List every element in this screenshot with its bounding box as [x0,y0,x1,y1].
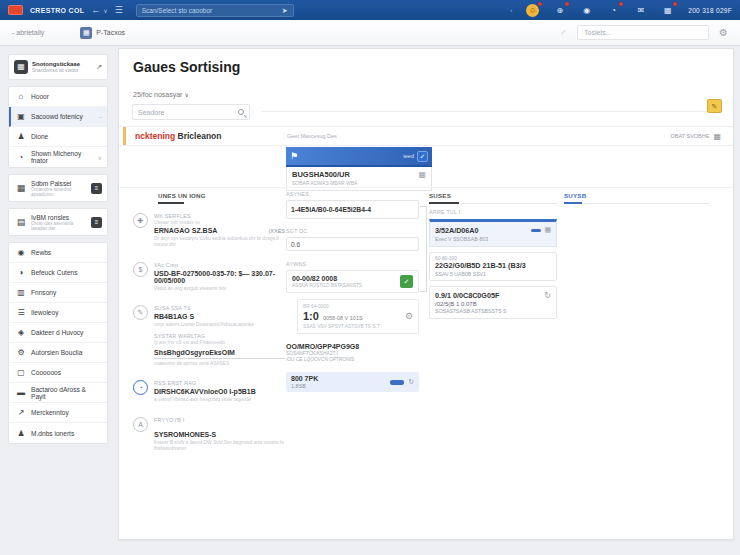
item-badge: ≡ [91,217,102,228]
clock-icon[interactable]: ◔ [607,4,620,17]
grid-icon: ▦ [713,132,721,141]
tab-far[interactable]: SUYSB [564,192,586,199]
sidebar-item[interactable]: ▤ IvBM ronsles Orvan das asemsma tasadan… [9,209,107,235]
field-label: AYWNS [286,261,419,267]
toolbar-right: ✓ ⚙ [560,25,728,40]
list-search[interactable] [132,104,250,120]
letter-a-icon: A [133,417,148,432]
gear-icon[interactable]: ⚙ [719,27,728,38]
banner-subtitle: SOBAR ADWAS MBAR WBA [292,180,357,186]
banner-tag: teed [403,153,414,159]
sidebar-item[interactable]: ◈Dakteer d Huvocy [9,323,107,343]
banner-card[interactable]: ⚑ teed ✓ BUGSHA500/UR SOBAR ADWAS MBAR W… [286,147,432,191]
refresh-icon[interactable]: ↻ [408,378,414,386]
sidebar-group-main: ⌂ Hooor ▣ Sacoowd fotenicy – ♟ Dione ◔ S… [8,86,108,168]
row-action[interactable]: DBAT SVOBHE ▦ [671,132,721,141]
sgt-input[interactable]: 0.6 [286,237,419,251]
related-list: ARRE TUL I 3/52A/D06A0 Exec V SSOBSAB-80… [429,209,557,319]
sidebar-item[interactable]: ▥Fnnsony [9,283,107,303]
approve-button[interactable]: ✓ [400,275,413,288]
globe-icon[interactable]: ⊕ [553,4,566,17]
link-pill[interactable] [531,229,541,232]
grid-icon[interactable]: ▦ [418,170,426,179]
sidebar-item[interactable]: ⚙Autorsien Bouclia [9,343,107,363]
related-card[interactable]: 60-80-300 22G2/G0/B5D 21B-51 (B3/3 SSAV … [429,252,557,281]
menu-icon[interactable]: ☰ [115,6,123,15]
step-item[interactable]: ✚ WK SERFLES Ussaar vvb svsasv sv ERNAGA… [133,213,285,249]
sidebar-group-list: ◉Rewbs ◑Befeuck Cutens ▥Fnnsony ☰Ilewole… [8,242,108,444]
people-icon: ♟ [16,429,26,438]
code-field[interactable]: 1-4E5iA/B0-0-64E5i2B4-4 [286,200,419,219]
tools-search[interactable] [577,25,709,40]
sidebar-item[interactable]: ◉Rewbs [9,243,107,263]
app-logo [8,5,23,15]
page-title: Gaues Sortising [133,59,240,75]
calculator-icon: ▦ [16,183,26,193]
global-search[interactable]: ➤ [136,4,294,17]
brand-name: CRESTRO COL [30,7,84,14]
tab-right[interactable]: SUSES [429,192,451,199]
grid-icon[interactable]: ▦ [544,226,551,234]
tab-far-underline [564,202,582,204]
link-pill[interactable] [390,380,404,385]
pencil-icon: ✎ [133,305,148,320]
app-chip-label: P-Tacxos [96,29,125,36]
top-navbar: CRESTRO COL ← ∨ ☰ ➤ ‹ ☺ ⊕ ◉ ◔ ✉ ▦ 200 31… [0,0,740,20]
clock-icon: ◔ [133,380,148,395]
step-item[interactable]: ✎ SUSA SSA TS RB4B1AG S vmyr aderrs Lnor… [133,305,285,328]
send-icon[interactable]: ➤ [282,7,288,14]
pawn-icon: ♟ [16,132,26,141]
app-chip[interactable]: ▦ P-Tacxos [80,27,125,39]
tab-rail [584,203,709,204]
sidebar-item[interactable]: ◔ Shown Michenoy fnator ∨ [9,147,107,167]
sidebar-item[interactable]: ▬Bactaroo dAross & Payit [9,383,107,403]
list-header-row[interactable]: ncktening Bricleanon Geet Maxcesug Des D… [119,126,733,146]
sidebar-item[interactable]: ☰Ilewoleoy [9,303,107,323]
banner-checkbox[interactable]: ✓ [417,151,428,162]
sidebar-group-module-b: ▤ IvBM ronsles Orvan das asemsma tasadan… [8,208,108,236]
step-item[interactable]: $ VAc Crep USD-BF-0275000-035-70: $— 330… [133,262,285,292]
emoji-icon[interactable]: ☺ [526,4,539,17]
tools-search-input[interactable] [584,29,702,36]
banner-title: BUGSHA500/UR [292,170,357,179]
field-label: ARRE TUL I [429,209,557,215]
refresh-icon[interactable]: ↻ [544,291,551,300]
sidebar-item-selected[interactable]: ▣ Sacoowd fotenicy – [9,107,107,127]
field-label: ASYNES [286,191,419,197]
step-item[interactable]: ◔ RSS ERST RAG DIRSHC6KAVVnIoeO0 I-p5B1B… [133,380,285,403]
related-card-selected[interactable]: 3/52A/D06A0 Exec V SSOBSAB-803 ▦ [429,219,557,247]
notification-badge [564,1,570,7]
sidebar-item[interactable]: ♟M.dnbs ionerts [9,423,107,443]
gear-icon: ⚙ [16,348,26,357]
chevron-left-icon[interactable]: ‹ [510,7,512,13]
global-search-input[interactable] [142,7,278,14]
mid-subcard[interactable]: BR 64-0000 1:0 0058-08 V 101S SSAS VSV S… [297,299,419,334]
per-page-dropdown[interactable]: 25/foc nosasyar∨ [133,91,189,98]
external-link-icon[interactable]: ↗ [96,63,102,71]
grid-icon: ▦ [80,27,92,39]
sidebar-item[interactable]: ▦ Sdbm Palssel Orvanxbre stmednd apsadco… [9,175,107,201]
edit-button[interactable]: ✎ [707,99,722,113]
gear-icon[interactable]: ⚙ [405,311,413,321]
mid-card[interactable]: 00-00/82 0008 ASSNA FOSTCO BSTASANSTS ✓ [286,270,419,293]
profile-card[interactable]: ▦ Snotongstickaae Snasdversd sd vwdss ↗ [8,54,108,80]
stepper: ✚ WK SERFLES Ussaar vvb svsasv sv ERNAGA… [133,213,285,466]
sidebar-item[interactable]: ↗Merckenntoy [9,403,107,423]
substep-value[interactable]: ShsBhgdOsgyroEksOIM [154,347,285,359]
list-search-input[interactable] [138,109,238,116]
tab-left[interactable]: UNES UN IONG [158,192,206,199]
target-icon[interactable]: ◉ [580,4,593,17]
sidebar-item[interactable]: ♟ Dione [9,127,107,147]
substep-field[interactable]: SYSTAR WARLTAG ty asv frtv uS vst asd Fh… [154,333,285,367]
bell-icon[interactable]: ✉ [634,4,647,17]
sidebar-item[interactable]: ◑Befeuck Cutens [9,263,107,283]
sidebar-item[interactable]: ⌂ Hooor [9,87,107,107]
chevron-down-icon[interactable]: ∨ [103,7,107,14]
sidebar-item[interactable]: ▢Coooooos [9,363,107,383]
briefcase-icon[interactable]: ▦ [661,4,674,17]
highlighted-row[interactable]: 800 7PK 1.8SB ↻ [286,372,419,392]
related-card[interactable]: 0.9/1 0/0C8C0G05F /02/5(B 1 0.07B SOSAST… [429,286,557,319]
back-icon[interactable]: ← [91,6,100,15]
step-item[interactable]: A FRYYOYB I SYSROMHONES-S Kssvsr B srvfv… [133,417,285,453]
topbar-icons: ‹ ☺ ⊕ ◉ ◔ ✉ ▦ 200 318 029F [514,4,732,17]
